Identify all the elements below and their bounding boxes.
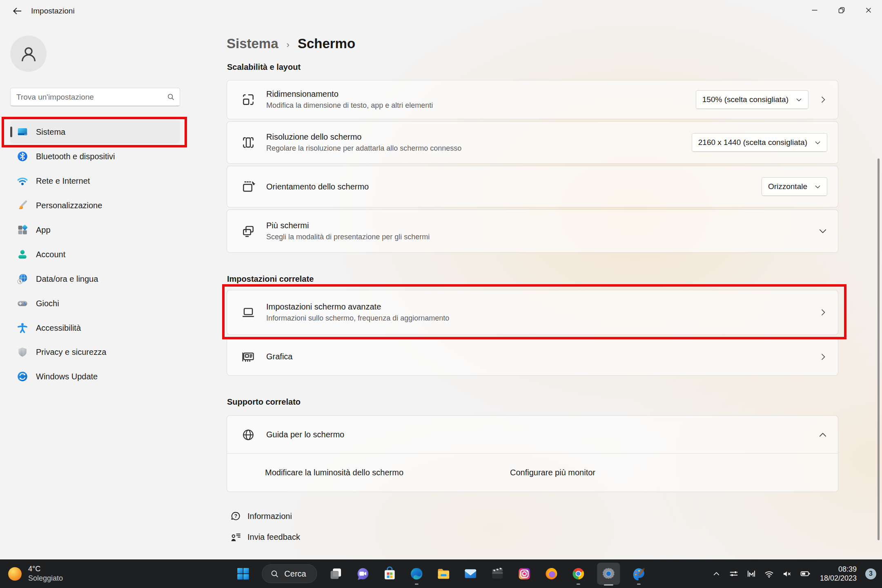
- sidebar-item-app[interactable]: App: [10, 218, 180, 241]
- tray-app-m-icon[interactable]: [746, 569, 756, 579]
- help-icon: ?: [230, 510, 242, 522]
- setting-card-resolution[interactable]: Risoluzione dello schermo Regolare la ri…: [227, 121, 838, 164]
- sidebar-item-giochi[interactable]: Giochi: [10, 292, 180, 315]
- paint-icon: [632, 566, 646, 581]
- chrome-button[interactable]: [570, 562, 587, 585]
- section-related-title: Impostazioni correlate: [227, 274, 314, 284]
- chevron-right-icon: [819, 353, 827, 361]
- sidebar-item-label: Accessibilità: [36, 323, 81, 333]
- weather-temperature: 4°C: [28, 565, 63, 573]
- scrollbar-thumb[interactable]: [878, 158, 880, 540]
- minimize-button[interactable]: [801, 0, 828, 20]
- sidebar-item-label: Account: [36, 250, 65, 259]
- help-link-monitors[interactable]: Configurare più monitor: [510, 468, 595, 477]
- sidebar-item-label: Giochi: [36, 299, 59, 308]
- app-title: Impostazioni: [31, 7, 75, 16]
- sidebar-item-personalizzazione[interactable]: Personalizzazione: [10, 194, 180, 217]
- running-indicator: [577, 584, 580, 585]
- chevron-down-icon[interactable]: [818, 227, 827, 236]
- running-indicator: [637, 584, 641, 585]
- globe-clock-icon: [16, 273, 29, 285]
- weather-condition: Soleggiato: [28, 574, 63, 583]
- back-button[interactable]: [8, 4, 26, 18]
- running-indicator: [415, 584, 419, 585]
- apps-icon: [16, 224, 29, 236]
- back-arrow-icon: [13, 7, 22, 16]
- window-controls: [801, 0, 882, 20]
- titlebar: Impostazioni: [0, 0, 882, 21]
- file-explorer-button[interactable]: [436, 562, 452, 585]
- sidebar-item-label: Bluetooth e dispositivi: [36, 152, 115, 161]
- scaling-dropdown[interactable]: 150% (scelta consigliata): [696, 90, 808, 109]
- settings-button-active[interactable]: [597, 563, 620, 585]
- bluetooth-icon: [16, 150, 29, 163]
- search-icon: [167, 93, 175, 101]
- help-card-header[interactable]: Guida per lo schermo: [227, 416, 838, 454]
- card-subtitle: Modifica la dimensione di testo, app e a…: [266, 101, 433, 110]
- instagram-button[interactable]: [517, 562, 533, 585]
- task-view-button[interactable]: [328, 562, 344, 585]
- chrome-icon: [571, 566, 586, 581]
- notification-badge[interactable]: 3: [865, 568, 876, 579]
- taskbar-center: Cerca: [235, 559, 647, 588]
- setting-card-multiple-displays[interactable]: Più schermi Scegli la modalità di presen…: [227, 209, 838, 253]
- store-button[interactable]: [382, 562, 398, 585]
- chevron-down-icon: [815, 184, 821, 190]
- firefox-button[interactable]: [543, 562, 560, 585]
- feedback-label: Invia feedback: [247, 532, 300, 542]
- info-link[interactable]: ? Informazioni: [230, 510, 292, 522]
- breadcrumb-parent[interactable]: Sistema: [227, 36, 278, 51]
- setting-card-scaling[interactable]: Ridimensionamento Modifica la dimensione…: [227, 80, 838, 119]
- wifi-icon: [16, 175, 29, 187]
- update-icon: [16, 370, 29, 383]
- wifi-tray-icon[interactable]: [764, 569, 774, 579]
- setting-card-graphics[interactable]: Grafica: [227, 338, 838, 376]
- sidebar-item-accessibilita[interactable]: Accessibilità: [10, 316, 180, 339]
- search-input[interactable]: [11, 93, 167, 102]
- paint-button[interactable]: [631, 562, 647, 585]
- sidebar-item-bluetooth[interactable]: Bluetooth e dispositivi: [10, 145, 180, 168]
- edge-icon: [410, 566, 424, 581]
- orientation-dropdown[interactable]: Orizzontale: [762, 177, 827, 196]
- avatar[interactable]: [10, 36, 47, 72]
- sidebar-item-label: Windows Update: [36, 372, 98, 381]
- gpu-icon: [241, 350, 256, 364]
- sidebar-item-windows-update[interactable]: Windows Update: [10, 365, 180, 388]
- chevron-up-icon[interactable]: [818, 430, 827, 439]
- active-indicator: [604, 584, 613, 586]
- chat-button[interactable]: [355, 562, 371, 585]
- sidebar-item-account[interactable]: Account: [10, 243, 180, 266]
- divider: [227, 453, 838, 454]
- store-icon: [383, 566, 397, 581]
- mail-button[interactable]: [463, 562, 479, 585]
- sidebar-item-privacy[interactable]: Privacy e sicurezza: [10, 341, 180, 363]
- volume-muted-icon[interactable]: [782, 569, 792, 579]
- edge-button[interactable]: [409, 562, 425, 585]
- sidebar-item-rete[interactable]: Rete e Internet: [10, 169, 180, 192]
- feedback-link[interactable]: Invia feedback: [230, 531, 300, 543]
- chat-icon: [356, 566, 370, 581]
- orientation-value: Orizzontale: [768, 182, 807, 191]
- help-link-brightness[interactable]: Modificare la luminosità dello schermo: [265, 468, 403, 477]
- equalizer-icon[interactable]: [729, 569, 739, 579]
- sidebar-item-label: Rete e Internet: [36, 176, 90, 186]
- sidebar-item-label: App: [36, 225, 51, 235]
- clock[interactable]: 08:39 18/02/2023: [820, 565, 857, 583]
- battery-icon[interactable]: [800, 568, 811, 579]
- weather-widget[interactable]: 4°C Soleggiato: [7, 559, 63, 588]
- start-button[interactable]: [235, 562, 251, 585]
- resolution-icon: [241, 135, 256, 150]
- setting-card-orientation[interactable]: Orientamento dello schermo Orizzontale: [227, 166, 838, 207]
- video-editor-button[interactable]: [490, 562, 506, 585]
- time: 08:39: [838, 565, 857, 574]
- chevron-down-icon: [815, 140, 821, 146]
- restore-button[interactable]: [828, 0, 855, 20]
- orientation-icon: [241, 179, 256, 194]
- resolution-dropdown[interactable]: 882 x 588 (scelta consigliata): [692, 133, 827, 152]
- taskbar-search[interactable]: Cerca: [262, 564, 317, 583]
- multiple-displays-icon: [241, 224, 256, 238]
- close-button[interactable]: [855, 0, 882, 20]
- sidebar-item-data-ora[interactable]: Data/ora e lingua: [10, 267, 180, 290]
- card-title: Ridimensionamento: [266, 89, 433, 99]
- tray-chevron-up-icon[interactable]: [712, 569, 721, 579]
